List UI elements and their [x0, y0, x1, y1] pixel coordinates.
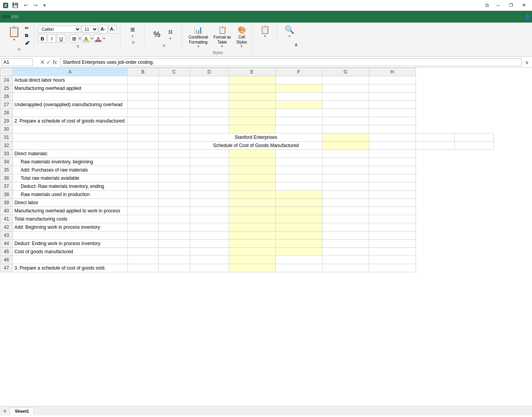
cell-h[interactable]	[369, 215, 416, 223]
cell-h[interactable]	[454, 142, 493, 150]
cell-c[interactable]	[159, 142, 190, 150]
cell-h[interactable]	[369, 76, 416, 84]
cell-a[interactable]: Total manufacturing costs	[13, 215, 128, 223]
editing-dropdown-icon[interactable]: ▾	[289, 34, 291, 38]
cell-h[interactable]	[454, 133, 493, 142]
cell-d[interactable]	[190, 93, 229, 101]
cell-c[interactable]	[159, 133, 190, 142]
cell-e[interactable]	[229, 109, 275, 117]
shrink-font-button[interactable]: A↓	[108, 25, 117, 33]
confirm-formula-icon[interactable]: ✓	[46, 59, 51, 65]
cell-d[interactable]	[190, 84, 229, 93]
cell-c[interactable]	[159, 125, 190, 133]
cut-button[interactable]: ✂	[23, 25, 31, 32]
cell-a[interactable]	[13, 125, 128, 133]
cell-b[interactable]	[127, 101, 159, 109]
cell-h[interactable]	[369, 109, 416, 117]
cell-h[interactable]	[369, 125, 416, 133]
customize-icon[interactable]: ▾	[42, 2, 48, 9]
cell-g[interactable]	[322, 264, 369, 272]
cell-e[interactable]	[229, 166, 275, 174]
cell-e[interactable]	[229, 207, 275, 215]
cell-h[interactable]	[369, 223, 416, 231]
cell-e[interactable]	[229, 158, 275, 166]
cell-f[interactable]	[275, 223, 322, 231]
cell-d[interactable]	[190, 182, 229, 191]
cell-f[interactable]	[275, 158, 322, 166]
cell-h[interactable]	[369, 264, 416, 272]
cell-b[interactable]	[127, 166, 159, 174]
cell-f[interactable]	[275, 199, 322, 207]
cell-a[interactable]: Deduct: Ending work in process inventory	[13, 240, 128, 248]
cell-d[interactable]	[190, 207, 229, 215]
cell-f[interactable]	[275, 207, 322, 215]
cancel-formula-icon[interactable]: ✕	[40, 59, 45, 65]
cell-g[interactable]	[322, 199, 369, 207]
cell-a[interactable]: Add: Purchases of raw materials	[13, 166, 128, 174]
formulas-menu[interactable]	[34, 15, 42, 18]
cell-g[interactable]	[322, 101, 369, 109]
cell-c[interactable]	[159, 150, 190, 158]
cell-e[interactable]	[229, 264, 275, 272]
cell-b[interactable]	[127, 231, 159, 240]
cell-g[interactable]	[322, 150, 369, 158]
cell-g[interactable]	[322, 256, 369, 264]
cell-g[interactable]	[416, 133, 454, 142]
cell-h[interactable]	[369, 240, 416, 248]
cell-b[interactable]	[127, 76, 159, 84]
cell-f[interactable]	[275, 84, 322, 93]
col-f-header[interactable]: F	[275, 68, 322, 76]
cell-e[interactable]	[322, 133, 369, 142]
cell-e[interactable]	[229, 101, 275, 109]
cell-g[interactable]	[322, 158, 369, 166]
cell-d[interactable]	[190, 150, 229, 158]
cell-b[interactable]	[127, 117, 159, 125]
cell-c[interactable]	[159, 191, 190, 199]
cell-d[interactable]	[190, 231, 229, 240]
cell-e[interactable]	[322, 142, 369, 150]
cell-c[interactable]	[159, 215, 190, 223]
cell-a[interactable]	[13, 133, 128, 142]
cell-a[interactable]: Actual direct labor hours	[13, 76, 128, 84]
cell-c[interactable]	[159, 166, 190, 174]
copy-button[interactable]: ⧉	[23, 32, 31, 39]
cell-c[interactable]	[159, 264, 190, 272]
cell-e[interactable]	[229, 117, 275, 125]
cell-styles-dropdown-icon[interactable]: ▾	[241, 44, 243, 48]
alignment-dropdown-icon[interactable]: ▾	[132, 34, 134, 38]
cell-h[interactable]	[369, 150, 416, 158]
cell-g[interactable]	[322, 109, 369, 117]
cell-d[interactable]: Schedule of Cost of Goods Manufactured	[190, 142, 322, 150]
cell-a[interactable]: Underapplied (overapplied) manufacturing…	[13, 101, 128, 109]
cell-h[interactable]	[369, 248, 416, 256]
cell-f[interactable]	[275, 166, 322, 174]
cell-e[interactable]	[229, 240, 275, 248]
cell-g[interactable]	[322, 76, 369, 84]
conditional-formatting-button[interactable]: 📊 Conditional Formatting ▾	[186, 25, 210, 49]
col-b-header[interactable]: B	[127, 68, 159, 76]
font-color-dropdown-icon[interactable]: ▾	[103, 37, 105, 40]
format-table-dropdown-icon[interactable]: ▾	[221, 44, 223, 48]
cell-d[interactable]	[190, 248, 229, 256]
cells-button[interactable]: 📋 ▾	[259, 25, 271, 39]
cell-a[interactable]: Add: Beginning work in process inventory	[13, 223, 128, 231]
cell-f[interactable]	[275, 109, 322, 117]
cell-h[interactable]	[369, 191, 416, 199]
cell-c[interactable]	[159, 256, 190, 264]
bold-button[interactable]: B	[38, 34, 47, 43]
save-icon[interactable]: 💾	[11, 2, 20, 9]
cell-f[interactable]	[275, 248, 322, 256]
cell-c[interactable]	[159, 231, 190, 240]
cell-f[interactable]	[275, 93, 322, 101]
cell-b[interactable]	[127, 150, 159, 158]
cell-a[interactable]: Direct labor	[13, 199, 128, 207]
cell-h[interactable]	[369, 256, 416, 264]
cell-b[interactable]	[127, 264, 159, 272]
cell-a[interactable]: Direct materials:	[13, 150, 128, 158]
cell-h[interactable]	[369, 207, 416, 215]
cell-g[interactable]	[322, 182, 369, 191]
cell-g[interactable]	[322, 174, 369, 182]
cell-d[interactable]	[190, 101, 229, 109]
cell-b[interactable]	[127, 223, 159, 231]
fx-icon[interactable]: fx	[53, 59, 57, 65]
